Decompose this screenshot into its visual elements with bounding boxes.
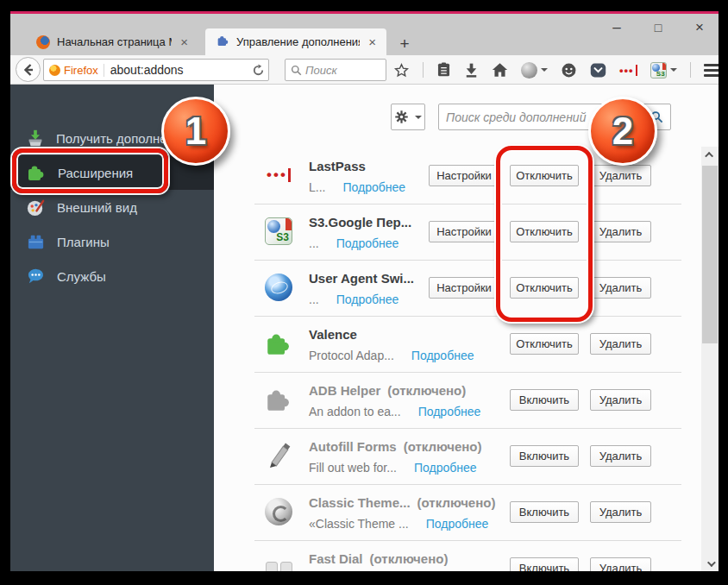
addon-name: S3.Google Пер... [309, 215, 411, 230]
scroll-down-arrow[interactable] [701, 556, 719, 571]
sidebar-item-services[interactable]: Службы [10, 259, 214, 293]
lastpass-bar [636, 65, 637, 76]
addon-more-link[interactable]: Подробнее [342, 180, 405, 194]
bookmark-star-icon[interactable] [393, 62, 410, 79]
get-addons-icon [26, 129, 45, 148]
sidebar-item-label: Плагины [57, 235, 110, 249]
navigation-toolbar: Firefox [10, 55, 719, 85]
addon-more-link[interactable]: Подробнее [411, 349, 474, 362]
remove-button[interactable]: Удалить [590, 333, 651, 355]
firefox-identity-badge: Firefox [49, 64, 104, 77]
chevron-down-icon [541, 68, 548, 72]
back-button[interactable] [16, 57, 41, 82]
tab-home[interactable]: Начальная страница Mo... × [26, 28, 198, 55]
toolbar-search-box[interactable] [285, 59, 386, 81]
minimize-button[interactable]: – [606, 17, 627, 38]
close-button[interactable]: × [689, 17, 710, 38]
addon-description: «Classic Theme ... [309, 517, 409, 531]
url-bar[interactable]: Firefox [43, 59, 269, 81]
lastpass-addon-icon: ••• [263, 160, 294, 191]
addon-name: Autofill Forms(отключено) [309, 439, 482, 454]
annotation-callout-2: 2 [588, 97, 657, 166]
reload-icon[interactable] [252, 64, 265, 77]
tab-strip: Начальная страница Mo... × Управление до… [26, 28, 417, 55]
tab-close-icon[interactable]: × [367, 35, 378, 49]
fast-dial-addon-icon [263, 552, 294, 571]
annotation-callout-1: 1 [161, 97, 230, 166]
toolbar-search-input[interactable] [302, 64, 382, 77]
addon-description: ... [309, 236, 319, 250]
disable-button[interactable]: Отключить [510, 333, 579, 355]
new-tab-button[interactable]: + [392, 33, 417, 55]
scrollbar-thumb[interactable] [702, 166, 718, 343]
sidebar-item-plugins[interactable]: Плагины [10, 224, 214, 259]
tools-gear-button[interactable] [391, 104, 425, 130]
sidebar-item-appearance[interactable]: Внешний вид [10, 190, 214, 224]
url-input[interactable] [104, 63, 252, 77]
addon-disabled-badge: (отключено) [387, 383, 466, 398]
remove-button[interactable]: Удалить [590, 557, 651, 571]
remove-button[interactable]: Удалить [590, 277, 651, 299]
addon-row-valence: Valence Protocol Adap... Подробнее Отклю… [254, 317, 681, 373]
s3-translator-toolbar-icon[interactable]: S3 [650, 62, 677, 79]
gear-icon [394, 110, 409, 124]
addon-description: ... [309, 292, 319, 306]
screenshot-root: – □ × Начальная страница Mo... × Управле… [0, 0, 728, 585]
enable-button[interactable]: Включить [510, 557, 579, 571]
settings-button[interactable]: Настройки [429, 165, 499, 186]
toolbar-separator [690, 62, 691, 78]
addon-disabled-badge: (отключено) [404, 439, 482, 454]
menu-icon[interactable] [704, 64, 719, 77]
enable-button[interactable]: Включить [510, 501, 579, 523]
appearance-palette-icon [26, 198, 46, 217]
downloads-icon[interactable] [464, 62, 479, 78]
home-icon[interactable] [492, 62, 508, 78]
addon-more-link[interactable]: Подробнее [336, 236, 399, 250]
s3-icon: S3 [650, 62, 667, 79]
toolbar-separator [423, 62, 424, 78]
firefox-favicon [36, 35, 50, 49]
remove-button[interactable]: Удалить [590, 445, 651, 467]
profile-globe-icon[interactable] [521, 62, 548, 79]
browser-window: – □ × Начальная страница Mo... × Управле… [10, 11, 719, 571]
addon-more-link[interactable]: Подробнее [336, 292, 399, 306]
remove-button[interactable]: Удалить [590, 165, 651, 186]
addon-row-s3-translator: S3 S3.Google Пер... ... Подробнее Настро… [254, 204, 681, 261]
services-bubble-icon [26, 267, 46, 286]
addon-name: User Agent Swi... [309, 271, 414, 286]
settings-button[interactable]: Настройки [429, 221, 499, 242]
green-puzzle-addon-icon [263, 328, 294, 359]
addon-name: Valence [309, 327, 357, 342]
remove-button[interactable]: Удалить [590, 221, 651, 242]
addon-row-autofill-forms: Autofill Forms(отключено) Fill out web f… [254, 429, 681, 485]
tab-addons-manager[interactable]: Управление дополнения... × [205, 28, 386, 55]
tab-title: Управление дополнения... [236, 35, 360, 48]
lastpass-toolbar-icon[interactable]: ••• [619, 64, 637, 77]
tab-close-icon[interactable]: × [179, 35, 190, 49]
addon-row-fast-dial: Fast Dial(отключено) Включить Удалить [254, 541, 681, 571]
addon-description: Fill out web for... [309, 461, 397, 475]
remove-button[interactable]: Удалить [590, 389, 651, 411]
enable-button[interactable]: Включить [510, 445, 579, 467]
settings-button[interactable]: Настройки [429, 277, 499, 299]
addon-more-link[interactable]: Подробнее [418, 405, 481, 418]
enable-button[interactable]: Включить [510, 389, 579, 411]
remove-button[interactable]: Удалить [590, 501, 651, 523]
gray-puzzle-addon-icon [263, 384, 294, 415]
addon-disabled-badge: (отключено) [417, 495, 496, 510]
addon-name: LastPass [309, 159, 366, 173]
addon-description: Protocol Adap... [309, 349, 394, 362]
addon-more-link[interactable]: Подробнее [426, 517, 489, 531]
bookmarks-list-icon[interactable] [436, 62, 451, 78]
emoji-chat-icon[interactable] [561, 62, 577, 79]
puzzle-favicon [216, 34, 229, 50]
maximize-button[interactable]: □ [648, 17, 668, 38]
search-icon [291, 65, 302, 76]
firefox-badge-label: Firefox [64, 64, 98, 77]
addon-more-link[interactable]: Подробнее [414, 461, 477, 475]
annotation-number: 1 [185, 110, 206, 153]
scrollbar[interactable] [701, 147, 719, 571]
scroll-up-arrow[interactable] [701, 147, 719, 162]
toolbar-icons: ••• S3 [393, 55, 719, 85]
pocket-icon[interactable] [590, 62, 606, 79]
